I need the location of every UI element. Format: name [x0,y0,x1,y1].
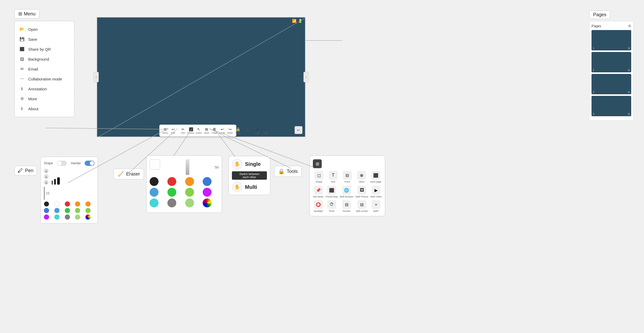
pen-type-1[interactable]: △ [44,168,49,173]
shape-toggle[interactable] [57,161,67,166]
handw-toggle[interactable] [85,161,95,166]
menu-item-annotation[interactable]: ℹ Annotation [15,84,74,94]
toolbar-select[interactable]: ↖ Select [195,126,202,135]
sc-color-6[interactable] [167,188,176,197]
page-thumb-3[interactable]: 3 ⊟ [592,74,631,94]
pen-color-green1[interactable] [65,208,70,213]
pen-color-green3[interactable] [85,208,91,213]
page-thumb-4[interactable]: 4 ⊟ [592,96,631,116]
toolbar-add[interactable]: + Add [262,126,269,135]
toolbar-undo[interactable]: ↩ Undo [219,126,226,135]
pen-size-l[interactable] [57,177,60,185]
pen-color-purple[interactable] [44,214,49,220]
canvas-left-arrow[interactable]: ‹ [93,72,99,82]
menu-item-about[interactable]: ℹ About [15,104,74,114]
single-icon-btn[interactable]: ✋ [232,159,242,169]
pen-color-green2[interactable] [75,208,80,213]
pen-color-red[interactable] [65,201,70,207]
menu-item-email[interactable]: ✉ Email [15,64,74,74]
canvas-return[interactable]: ↩ [295,126,302,134]
canvas-right-arrow[interactable]: › [303,72,309,82]
tool-split-plus[interactable]: ＋ Split+ [370,200,382,212]
multi-icon-btn[interactable]: ✋ [232,182,242,192]
tool-mind[interactable]: ⊕ Mind [355,171,367,183]
toolbar-eraser[interactable]: ⬛ Eraser [187,126,195,135]
toolbar-tools[interactable]: 🔒 Tools [234,126,242,135]
tool-sticky[interactable]: 📌 rbal sticky [313,186,324,198]
pen-button[interactable]: 🖊 Pen [14,166,37,176]
tool-webpicture-label: Web Picture [355,195,368,198]
toolbar-redo-icon: ↪ [229,127,232,131]
switch-tooltip: Switch betweeneach other [232,171,267,180]
tool-webvideo[interactable]: ▶ Web Video [370,186,382,198]
sc-color-3[interactable] [185,177,194,186]
pen-color-orange2[interactable] [85,201,91,207]
sc-color-11[interactable] [185,198,194,207]
tool-spotlight[interactable]: ⭕ Spotlight [313,200,324,212]
pen-color-gray[interactable] [65,214,70,220]
menu-item-collab[interactable]: 〰 Collaborative mode [15,74,74,84]
toolbar-list[interactable]: ≡ List [254,126,261,135]
sc-color-4[interactable] [203,177,212,186]
page-thumb-1[interactable]: 1 ⊟ [592,30,631,50]
pen-color-black[interactable] [44,201,49,207]
toolbar-multi[interactable]: ⊠ Multi [203,126,210,135]
pen-color-blue2[interactable] [54,208,60,213]
pages-panel: Pages Pages ⚙ 1 ⊟ 2 ⊟ 3 ⊟ 4 ⊟ [589,10,634,121]
pages-settings-icon[interactable]: ⚙ [628,24,631,28]
menu-item-save[interactable]: 💾 Save [15,34,74,44]
pen-toggle-row: Shape Handw [44,161,95,166]
tool-timer[interactable]: ⏱ Timer [326,200,338,212]
pen-color-cyan[interactable] [54,214,60,220]
tool-split-screen[interactable]: ⊟ Split screen [355,200,368,212]
toolbar-pen[interactable]: ✏ Pen [179,126,187,135]
sc-color-9[interactable] [150,198,159,207]
about-icon: ℹ [19,106,25,111]
toolbar-menu[interactable]: ⊞ Menu [162,126,169,135]
pen-type-3[interactable]: △ [44,180,49,185]
tool-webvideo-label: Web Video [370,195,382,198]
tool-shape[interactable]: ◻ Shape [313,171,325,183]
eraser-panel[interactable]: 🧹 Eraser [114,168,144,179]
menu-item-more[interactable]: ⚙ More [15,94,74,104]
sc-color-8[interactable] [203,188,212,197]
tool-iscreen[interactable]: ⊟ IScreen [340,200,354,212]
sc-slider-thumb[interactable] [186,159,189,175]
tool-text[interactable]: T Text [327,171,339,183]
menu-button[interactable]: ⊞ Menu [14,9,39,19]
toolbar-multi-label: Multi [204,132,209,134]
toolbar-clear[interactable]: 🗑 Clear [211,126,218,135]
sc-color-2[interactable] [167,177,176,186]
tools-row2: 📌 rbal sticky ⬛ Puzzle Bag 🌐 Web browser… [313,186,382,212]
tool-form[interactable]: ⊟ Form [341,171,353,183]
toolbar-add-icon: + [264,127,266,131]
tool-webbrowser[interactable]: 🌐 Web browser [340,186,354,198]
toolbar-page-indicator: 1/1 [244,129,251,132]
sc-color-10[interactable] [167,198,176,207]
toolbar-menu-label: Menu [162,132,168,134]
pen-color-blue1[interactable] [44,208,49,213]
pen-size-m[interactable] [54,179,56,185]
pen-color-picker[interactable] [85,214,91,220]
pen-size-s[interactable] [52,180,53,185]
toolbar-exit[interactable]: ↩ Exit [169,126,177,135]
menu-item-share-qr[interactable]: ⬛ Share by QR [15,44,74,54]
tool-webpicture[interactable]: 🖼 Web Picture [355,186,368,198]
pages-header-button[interactable]: Pages [589,10,610,19]
toolbar-redo[interactable]: ↪ Redo [226,126,234,135]
menu-item-open[interactable]: 📂 Open [15,24,74,34]
sc-color-5[interactable] [150,188,159,197]
pen-color-white[interactable] [54,201,60,207]
tool-puzzlebag[interactable]: ⬛ Puzzle Bag [326,186,338,198]
tools-button[interactable]: 🔒 Tools [274,166,302,177]
page-thumb-2[interactable]: 2 ⊟ [592,52,631,72]
sc-color-7[interactable] [185,188,194,197]
sc-color-picker[interactable] [203,198,212,207]
sc-color-1[interactable] [150,177,159,186]
pen-color-lightgreen[interactable] [75,214,80,220]
pen-type-2[interactable]: △ [44,174,49,179]
menu-item-background[interactable]: 🖼 Background [15,54,74,64]
select-clear-panel: 50 [146,155,222,213]
pen-color-orange[interactable] [75,201,80,207]
tool-ment-page[interactable]: ⬛ ment page [370,171,382,183]
